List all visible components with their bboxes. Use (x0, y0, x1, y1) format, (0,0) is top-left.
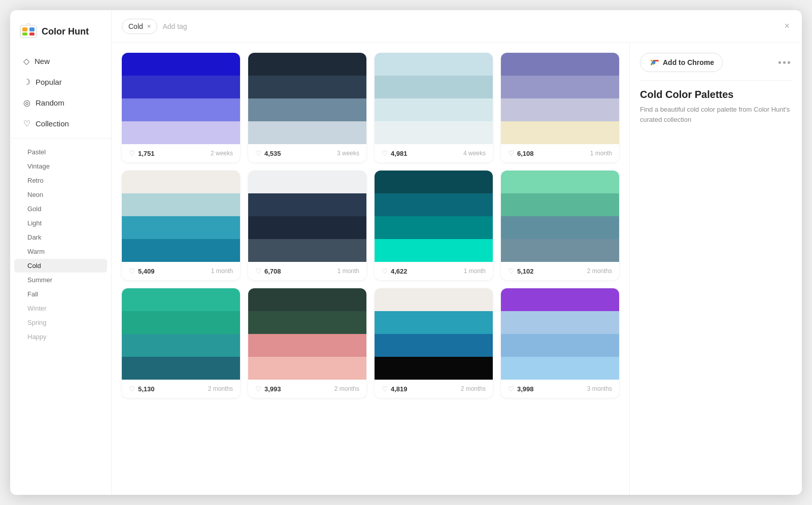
color-swatch (248, 121, 366, 144)
tag-gold[interactable]: Gold (14, 202, 107, 216)
like-button[interactable]: ♡6,708 (255, 267, 281, 275)
tag-vintage[interactable]: Vintage (14, 159, 107, 173)
nav-collection[interactable]: ♡ Collection (14, 114, 107, 133)
more-options-button[interactable]: ••• (778, 57, 792, 69)
like-button[interactable]: ♡5,409 (129, 267, 155, 275)
color-swatch (501, 239, 619, 262)
color-swatch (248, 171, 366, 193)
palette-card[interactable]: ♡4,6221 month (375, 171, 493, 280)
panel-title: Cold Color Palettes (640, 89, 792, 100)
like-button[interactable]: ♡3,993 (255, 385, 281, 393)
like-button[interactable]: ♡5,102 (508, 267, 534, 275)
palette-card[interactable]: ♡5,1302 months (122, 288, 240, 398)
palette-footer: ♡3,9932 months (248, 380, 366, 398)
like-button[interactable]: ♡1,751 (129, 149, 155, 157)
palette-card[interactable]: ♡5,1022 months (501, 171, 619, 280)
heart-icon: ♡ (382, 267, 388, 275)
palette-footer: ♡6,7081 month (248, 262, 366, 280)
content-area: ♡1,7512 weeks♡4,5353 weeks♡4,9814 weeks♡… (112, 43, 802, 495)
nav-random-label: Random (36, 98, 64, 107)
color-swatch (375, 311, 493, 334)
color-swatch (501, 53, 619, 76)
time-ago: 1 month (211, 267, 233, 275)
active-tag-chip[interactable]: Cold × (122, 19, 157, 34)
tag-happy[interactable]: Happy (14, 330, 107, 344)
heart-icon: ♡ (508, 149, 515, 157)
tag-light[interactable]: Light (14, 216, 107, 230)
palette-card[interactable]: ♡3,9932 months (248, 288, 366, 398)
time-ago: 2 months (461, 385, 486, 392)
add-tag-button[interactable]: Add tag (162, 22, 187, 30)
tag-winter[interactable]: Winter (14, 301, 107, 315)
color-swatch (122, 288, 240, 311)
like-button[interactable]: ♡4,981 (382, 149, 408, 157)
color-swatch (122, 76, 240, 98)
like-button[interactable]: ♡6,108 (508, 149, 534, 157)
palette-footer: ♡4,8192 months (375, 380, 493, 398)
color-swatch (248, 357, 366, 380)
color-swatch (122, 171, 240, 193)
tag-cold[interactable]: Cold (14, 259, 107, 273)
close-search-button[interactable]: × (782, 19, 792, 33)
time-ago: 2 months (334, 385, 359, 392)
palette-colors (375, 53, 493, 144)
color-swatch (122, 121, 240, 144)
palette-colors (248, 288, 366, 380)
color-swatch (375, 357, 493, 380)
palette-colors (122, 288, 240, 380)
main-content: Cold × Add tag × ♡1,7512 weeks♡4,5353 we… (112, 10, 802, 495)
nav-popular-label: Popular (36, 78, 62, 86)
palette-card[interactable]: ♡6,7081 month (248, 171, 366, 280)
color-swatch (501, 98, 619, 121)
color-swatch (248, 193, 366, 216)
nav-new[interactable]: ◇ New (14, 51, 107, 71)
remove-tag-button[interactable]: × (147, 22, 151, 30)
like-button[interactable]: ♡4,622 (382, 267, 408, 275)
svg-rect-2 (29, 27, 35, 31)
nav-popular[interactable]: ☽ Popular (14, 72, 107, 92)
like-button[interactable]: ♡4,819 (382, 385, 408, 393)
palette-card[interactable]: ♡6,1081 month (501, 53, 619, 162)
color-swatch (122, 311, 240, 334)
logo[interactable]: Color Hunt (10, 18, 111, 51)
tag-dark[interactable]: Dark (14, 230, 107, 244)
heart-icon: ♡ (508, 385, 515, 393)
like-count: 6,108 (517, 150, 534, 157)
tag-neon[interactable]: Neon (14, 188, 107, 201)
palette-card[interactable]: ♡4,5353 weeks (248, 53, 366, 162)
tag-warm[interactable]: Warm (14, 245, 107, 258)
tag-retro[interactable]: Retro (14, 174, 107, 187)
time-ago: 2 weeks (211, 150, 233, 157)
tag-pastel[interactable]: Pastel (14, 145, 107, 159)
color-swatch (248, 239, 366, 262)
like-count: 4,819 (391, 385, 408, 393)
like-count: 5,409 (138, 267, 155, 275)
palette-footer: ♡1,7512 weeks (122, 144, 240, 162)
palette-card[interactable]: ♡4,9814 weeks (375, 53, 493, 162)
color-swatch (248, 216, 366, 239)
palette-card[interactable]: ♡1,7512 weeks (122, 53, 240, 162)
color-swatch (501, 216, 619, 239)
palette-card[interactable]: ♡4,8192 months (375, 288, 493, 398)
palette-footer: ♡5,1302 months (122, 380, 240, 398)
like-button[interactable]: ♡3,998 (508, 385, 534, 393)
palette-card[interactable]: ♡5,4091 month (122, 171, 240, 280)
heart-icon: ♡ (255, 149, 262, 157)
time-ago: 3 weeks (337, 150, 359, 157)
like-count: 4,535 (264, 150, 281, 157)
nav-random[interactable]: ◎ Random (14, 93, 107, 113)
tag-fall[interactable]: Fall (14, 287, 107, 301)
add-to-chrome-button[interactable]: Add to Chrome (640, 53, 723, 72)
heart-outline-icon: ♡ (23, 119, 30, 128)
nav-collection-label: Collection (36, 119, 69, 128)
palette-colors (248, 53, 366, 144)
tag-summer[interactable]: Summer (14, 273, 107, 287)
logo-icon (19, 22, 38, 41)
color-swatch (122, 357, 240, 380)
tag-spring[interactable]: Spring (14, 316, 107, 329)
palette-card[interactable]: ♡3,9983 months (501, 288, 619, 398)
like-button[interactable]: ♡5,130 (129, 385, 155, 393)
like-button[interactable]: ♡4,535 (255, 149, 281, 157)
color-swatch (122, 239, 240, 262)
color-swatch (375, 334, 493, 357)
